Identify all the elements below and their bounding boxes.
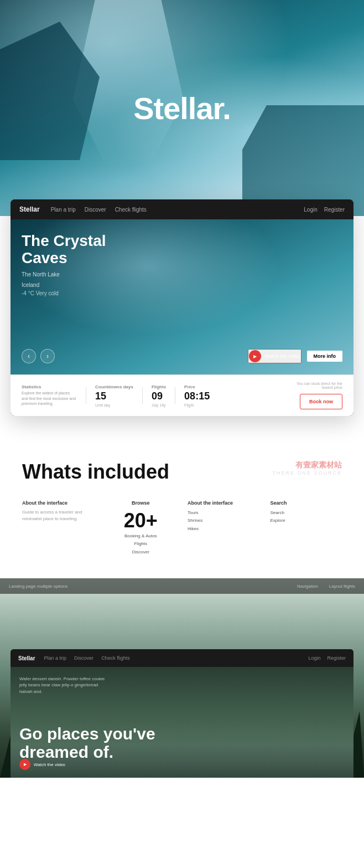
whats-included-title: Whats included: [22, 460, 169, 484]
forest-brand: Stellar: [18, 655, 35, 661]
time-sub: Flight: [184, 403, 210, 407]
watermark-english: THERE ONE SOURCE: [272, 470, 342, 476]
forest-link-flights[interactable]: Check flights: [101, 655, 130, 661]
features-row: About the interface Guide to access a tr…: [22, 500, 342, 556]
forest-register[interactable]: Register: [327, 655, 346, 661]
feature-4-label: Search: [271, 500, 342, 506]
forest-hero-content: Wafer dessert danish. Powder toffee cook…: [11, 667, 353, 778]
stats-label: Statistics: [22, 384, 77, 389]
forest-section: Landing page multiple options Navigation…: [0, 578, 364, 778]
forest-navbar: Stellar Plan a trip Discover Check fligh…: [11, 649, 353, 667]
book-cta-label: You can book direct for the lowest price: [293, 382, 342, 389]
forest-bar-item-1: Navigation: [297, 584, 318, 589]
forest-login[interactable]: Login: [308, 655, 320, 661]
time-label: Price: [184, 384, 210, 389]
app-hero-location: The North Lake: [22, 271, 342, 278]
forest-bar-item-0: Landing page multiple options: [9, 584, 67, 589]
feature-col-2: Browse 20+ Booking & Autos Flights Disco…: [105, 500, 177, 556]
nav-login[interactable]: Login: [304, 207, 317, 213]
nav-link-flights[interactable]: Check flights: [115, 207, 147, 213]
feature-3-list: Tours Shrines Hikes: [188, 509, 259, 533]
whats-included-section: Whats included 有壹家素材站 THERE ONE SOURCE A…: [0, 433, 364, 578]
forest-watch-label: Watch the video: [34, 762, 65, 767]
days-label: Countdowns days: [95, 384, 133, 389]
next-button[interactable]: ›: [40, 349, 55, 363]
nav-register[interactable]: Register: [324, 207, 345, 213]
feature-2-label: Browse: [105, 500, 177, 506]
nav-link-plan[interactable]: Plan a trip: [51, 207, 76, 213]
play-icon: ▶: [249, 350, 261, 362]
hero-title: Stellar.: [133, 90, 231, 126]
app-navbar: Stellar Plan a trip Discover Check fligh…: [11, 199, 353, 219]
flights-value: 09: [152, 391, 166, 402]
flights-section: Flights 09 July 16y: [152, 384, 166, 407]
days-section: Countdowns days 15 Until day: [95, 384, 133, 407]
feature-3-item-0: Tours: [188, 509, 259, 517]
watch-video-label: Watch the video: [264, 353, 300, 359]
book-now-button[interactable]: Book now: [300, 394, 342, 409]
forest-top-bar: Landing page multiple options Navigation…: [0, 578, 364, 594]
forest-nav-right: Login Register: [308, 655, 346, 661]
feature-3-label: About the interface: [188, 500, 259, 506]
ice-shape-2: [0, 22, 100, 160]
navbar-right: Login Register: [304, 207, 345, 213]
forest-watch-button[interactable]: ▶ Watch the video: [19, 759, 65, 770]
feature-col-3: About the interface Tours Shrines Hikes: [188, 500, 259, 533]
time-value: 08:15: [184, 391, 210, 402]
app-hero: The Crystal Caves The North Lake Iceland…: [11, 219, 353, 374]
watch-video-button[interactable]: ▶ Watch the video: [248, 349, 301, 363]
feature-2-value: 20+: [105, 509, 177, 532]
forest-app-mockup: Stellar Plan a trip Discover Check fligh…: [11, 649, 353, 778]
feature-4-item-0: Search: [271, 509, 342, 517]
watermark: 有壹家素材站 THERE ONE SOURCE: [272, 460, 342, 476]
navbar-links: Plan a trip Discover Check flights: [51, 207, 293, 213]
app-hero-temp: -4 °C Very cold: [22, 290, 342, 296]
feature-2-list: Booking & Autos Flights Discover: [105, 532, 177, 556]
feature-1-label: About the interface: [22, 500, 94, 506]
statistics-section: Statistics Explore the widest of places …: [22, 384, 77, 407]
feature-2-item-0: Booking & Autos: [105, 532, 177, 540]
feature-3-item-2: Hikes: [188, 525, 259, 533]
forest-link-discover[interactable]: Discover: [74, 655, 93, 661]
time-section: Price 08:15 Flight: [184, 384, 210, 407]
stats-desc: Explore the widest of places and find th…: [22, 391, 77, 407]
book-section: You can book direct for the lowest price…: [293, 382, 342, 409]
feature-3-item-1: Shrines: [188, 517, 259, 525]
watermark-chinese: 有壹家素材站: [272, 460, 342, 470]
booking-bar: Statistics Explore the widest of places …: [11, 374, 353, 416]
navbar-brand: Stellar: [19, 206, 40, 213]
divider-2: [142, 387, 143, 404]
nav-link-discover[interactable]: Discover: [85, 207, 106, 213]
feature-col-1: About the interface Guide to access a tr…: [22, 500, 94, 522]
forest-bar-item-2: Layout flights: [329, 584, 355, 589]
feature-2-item-1: Flights: [105, 540, 177, 548]
prev-button[interactable]: ‹: [22, 349, 36, 363]
section-header: Whats included 有壹家素材站 THERE ONE SOURCE: [22, 460, 342, 484]
more-info-button[interactable]: More info: [307, 351, 343, 362]
flights-sub: July 16y: [152, 403, 166, 407]
forest-hero-desc: Wafer dessert danish. Powder toffee cook…: [19, 676, 108, 695]
days-value: 15: [95, 391, 133, 402]
app-hero-title: The Crystal Caves: [22, 233, 132, 267]
divider-3: [175, 387, 175, 404]
hero-actions: ▶ Watch the video More info: [248, 349, 342, 363]
forest-play-icon: ▶: [19, 759, 30, 770]
days-sub: Until day: [95, 403, 133, 407]
divider-1: [86, 387, 86, 404]
forest-hero-title: Go places you've dreamed of.: [19, 725, 174, 761]
hero-section: Stellar.: [0, 0, 364, 216]
hero-controls: ‹ ›: [22, 349, 55, 363]
flights-label: Flights: [152, 384, 166, 389]
app-hero-country: Iceland: [22, 282, 342, 288]
feature-1-desc: Guide to access a traveler and minimalis…: [22, 509, 94, 522]
forest-link-plan[interactable]: Plan a trip: [44, 655, 67, 661]
feature-4-list: Search Explore: [271, 509, 342, 525]
feature-2-item-2: Discover: [105, 548, 177, 556]
app-mockup: Stellar Plan a trip Discover Check fligh…: [11, 199, 353, 416]
forest-nav-links: Plan a trip Discover Check flights: [44, 655, 130, 661]
feature-col-4: Search Search Explore: [271, 500, 342, 525]
feature-4-item-1: Explore: [271, 517, 342, 525]
